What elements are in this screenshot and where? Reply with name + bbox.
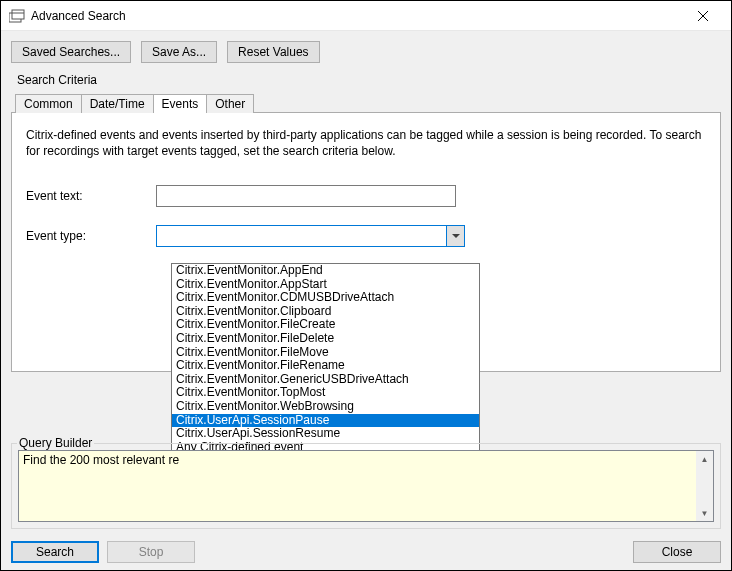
footer: Search Stop Close <box>11 541 721 563</box>
toolbar: Saved Searches... Save As... Reset Value… <box>11 41 721 63</box>
dropdown-item[interactable]: Citrix.EventMonitor.TopMost <box>172 386 479 400</box>
svg-marker-5 <box>452 234 460 238</box>
close-icon[interactable] <box>683 1 723 31</box>
dialog-body: Saved Searches... Save As... Reset Value… <box>1 31 731 570</box>
dropdown-item[interactable]: Citrix.EventMonitor.GenericUSBDriveAttac… <box>172 373 479 387</box>
reset-values-button[interactable]: Reset Values <box>227 41 319 63</box>
tabstrip: Common Date/Time Events Other <box>15 93 721 112</box>
dropdown-item[interactable]: Citrix.EventMonitor.FileMove <box>172 346 479 360</box>
dropdown-item[interactable]: Citrix.EventMonitor.FileCreate <box>172 318 479 332</box>
query-builder-label: Query Builder <box>17 436 94 450</box>
saved-searches-button[interactable]: Saved Searches... <box>11 41 131 63</box>
event-type-row: Event type: <box>26 225 706 247</box>
dropdown-item[interactable]: Citrix.EventMonitor.WebBrowsing <box>172 400 479 414</box>
tab-datetime[interactable]: Date/Time <box>81 94 154 113</box>
query-builder-group: Find the 200 most relevant re ▲ ▼ <box>11 443 721 529</box>
save-as-button[interactable]: Save As... <box>141 41 217 63</box>
app-icon <box>9 9 25 23</box>
close-button[interactable]: Close <box>633 541 721 563</box>
window-title: Advanced Search <box>31 9 683 23</box>
title-bar: Advanced Search <box>1 1 731 31</box>
dropdown-item[interactable]: Citrix.EventMonitor.AppEnd <box>172 264 479 278</box>
dropdown-item[interactable]: Citrix.UserApi.SessionResume <box>172 427 479 441</box>
stop-button: Stop <box>107 541 195 563</box>
tab-common[interactable]: Common <box>15 94 82 113</box>
dropdown-item[interactable]: Citrix.EventMonitor.FileDelete <box>172 332 479 346</box>
query-builder-text-area[interactable]: Find the 200 most relevant re ▲ ▼ <box>18 450 714 522</box>
events-description: Citrix-defined events and events inserte… <box>26 127 706 159</box>
event-type-label: Event type: <box>26 229 156 243</box>
svg-rect-1 <box>12 10 24 19</box>
event-type-combobox[interactable] <box>156 225 465 247</box>
scroll-down-icon[interactable]: ▼ <box>696 505 713 521</box>
search-criteria-label: Search Criteria <box>17 73 721 87</box>
tab-other[interactable]: Other <box>206 94 254 113</box>
event-type-input[interactable] <box>157 226 446 246</box>
search-button[interactable]: Search <box>11 541 99 563</box>
scroll-up-icon[interactable]: ▲ <box>696 451 713 467</box>
dropdown-item[interactable]: Citrix.EventMonitor.FileRename <box>172 359 479 373</box>
chevron-down-icon[interactable] <box>446 226 464 246</box>
event-text-label: Event text: <box>26 189 156 203</box>
event-text-input[interactable] <box>156 185 456 207</box>
query-builder-text: Find the 200 most relevant re <box>23 453 179 467</box>
events-panel: Citrix-defined events and events inserte… <box>11 112 721 372</box>
event-type-dropdown[interactable]: Citrix.EventMonitor.AppEnd Citrix.EventM… <box>171 263 480 455</box>
event-text-row: Event text: <box>26 185 706 207</box>
dropdown-item-selected[interactable]: Citrix.UserApi.SessionPause <box>172 414 479 428</box>
dropdown-item[interactable]: Citrix.EventMonitor.AppStart <box>172 278 479 292</box>
dropdown-item[interactable]: Citrix.EventMonitor.Clipboard <box>172 305 479 319</box>
dropdown-item[interactable]: Citrix.EventMonitor.CDMUSBDriveAttach <box>172 291 479 305</box>
tab-events[interactable]: Events <box>153 94 208 113</box>
scrollbar[interactable]: ▲ ▼ <box>696 451 713 521</box>
spacer <box>203 541 625 563</box>
